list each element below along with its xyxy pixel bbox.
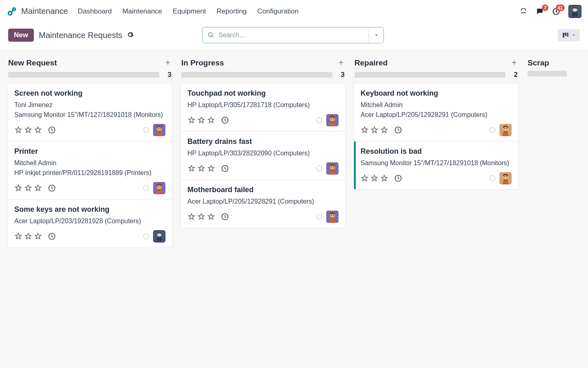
state-dot[interactable]: [143, 233, 149, 239]
assignee-avatar[interactable]: [153, 230, 165, 242]
search-dropdown[interactable]: [369, 27, 383, 43]
state-dot[interactable]: [316, 166, 322, 171]
search-main[interactable]: [203, 31, 369, 39]
activity-clock-icon[interactable]: [221, 116, 229, 124]
app-logo-icon[interactable]: [7, 6, 17, 17]
user-avatar[interactable]: [568, 5, 581, 18]
svg-rect-8: [575, 9, 577, 10]
activity-clock-icon[interactable]: [48, 184, 56, 192]
star-icon: [14, 184, 22, 192]
assignee-avatar[interactable]: [499, 124, 512, 136]
add-card-icon[interactable]: [510, 59, 518, 67]
nav-reporting[interactable]: Reporting: [216, 7, 247, 16]
search-wrap: [202, 27, 384, 43]
star-icon: [197, 164, 205, 173]
kanban-card[interactable]: Keyboard not workingMitchell AdminAcer L…: [354, 83, 518, 141]
state-dot[interactable]: [316, 214, 322, 220]
priority-stars[interactable]: [187, 213, 215, 221]
activity-clock-icon[interactable]: [394, 126, 402, 134]
kanban-icon: [562, 31, 569, 39]
kanban-card[interactable]: Battery drains fastHP Laptop/LP/303/2829…: [181, 132, 345, 180]
priority-stars[interactable]: [187, 164, 215, 173]
assignee-avatar[interactable]: [326, 211, 339, 223]
search-input[interactable]: [218, 31, 364, 39]
kanban-card[interactable]: Resolution is badSamsung Monitor 15"/MT/…: [354, 141, 518, 189]
priority-stars[interactable]: [14, 126, 42, 134]
card-list: Screen not workingToni JimenezSamsung Mo…: [7, 83, 172, 248]
priority-stars[interactable]: [361, 174, 388, 182]
column-title[interactable]: In Progress: [181, 58, 224, 67]
card-equipment: HP Laptop/LP/305/17281718 (Computers): [187, 100, 339, 110]
star-icon: [14, 126, 22, 134]
card-footer: [361, 124, 512, 136]
column-count: 3: [336, 71, 345, 79]
new-button[interactable]: New: [8, 29, 34, 42]
state-dot[interactable]: [316, 117, 322, 123]
search-icon: [207, 31, 214, 39]
column-title[interactable]: Repaired: [354, 58, 388, 67]
card-requester: Toni Jimenez: [14, 100, 165, 110]
star-icon: [187, 164, 196, 173]
progress-bar[interactable]: [354, 72, 506, 78]
star-icon: [207, 164, 215, 173]
kanban-card[interactable]: Some keys are not workingAcer Laptop/LP/…: [8, 200, 172, 247]
phone-icon[interactable]: [519, 7, 528, 16]
activity-clock-icon[interactable]: [48, 232, 56, 240]
card-equipment: HP Laptop/LP/303/28292090 (Computers): [187, 148, 339, 158]
card-title: Printer: [14, 147, 165, 156]
svg-point-0: [8, 11, 12, 15]
star-icon: [24, 232, 32, 240]
activity-clock-icon[interactable]: [394, 174, 402, 182]
column-title[interactable]: New Request: [8, 58, 57, 67]
kanban-card[interactable]: PrinterMitchell AdminHP Inkjet printer/P…: [8, 141, 172, 200]
activity-clock-icon[interactable]: [221, 213, 229, 221]
progress-bar[interactable]: [528, 71, 567, 76]
svg-point-23: [160, 186, 161, 187]
priority-stars[interactable]: [14, 184, 42, 192]
assignee-avatar[interactable]: [326, 162, 339, 175]
state-dot[interactable]: [490, 127, 495, 133]
priority-stars[interactable]: [187, 116, 215, 124]
star-icon: [207, 116, 215, 124]
assignee-avatar[interactable]: [326, 114, 339, 126]
activities-icon[interactable]: 41: [552, 7, 560, 16]
nav-configuration[interactable]: Configuration: [257, 7, 298, 16]
nav-maintenance[interactable]: Maintenance: [122, 7, 162, 16]
star-icon: [187, 116, 196, 124]
nav-equipment[interactable]: Equipment: [173, 7, 206, 16]
card-requester: Mitchell Admin: [14, 158, 165, 168]
kanban-column: In Progress3Touchpad not workingHP Lapto…: [180, 58, 345, 368]
svg-point-33: [331, 118, 332, 119]
assignee-avatar[interactable]: [153, 182, 165, 194]
progress-bar[interactable]: [181, 72, 332, 78]
kanban-card[interactable]: Touchpad not workingHP Laptop/LP/305/172…: [181, 83, 345, 132]
svg-rect-7: [573, 9, 575, 10]
card-equipment: Samsung Monitor 15"/MT/127/18291018 (Mon…: [361, 158, 512, 168]
column-title[interactable]: Scrap: [528, 58, 549, 67]
app-name: Maintenance: [21, 7, 68, 16]
card-equipment: HP Inkjet printer/PR/011/2928191889 (Pri…: [14, 168, 165, 178]
gear-icon[interactable]: [127, 31, 134, 40]
state-dot[interactable]: [490, 175, 495, 181]
state-dot[interactable]: [143, 127, 149, 133]
add-card-icon[interactable]: [337, 59, 345, 67]
card-title: Resolution is bad: [361, 147, 512, 156]
state-dot[interactable]: [143, 185, 149, 191]
priority-stars[interactable]: [361, 126, 388, 134]
priority-stars[interactable]: [14, 232, 42, 240]
activity-clock-icon[interactable]: [221, 164, 229, 173]
assignee-avatar[interactable]: [499, 172, 512, 184]
assignee-avatar[interactable]: [153, 124, 165, 136]
kanban-column: Scrap: [527, 58, 568, 368]
add-card-icon[interactable]: [164, 59, 172, 67]
nav-dashboard[interactable]: Dashboard: [78, 7, 112, 16]
svg-point-48: [504, 128, 505, 129]
kanban-card[interactable]: Motherboard failedAcer Laptop/LP/205/129…: [181, 180, 345, 228]
messages-icon[interactable]: 7: [536, 7, 544, 16]
view-switcher[interactable]: [558, 29, 580, 41]
nav-right: 7 41: [519, 5, 581, 18]
chevron-down-icon: [572, 33, 576, 37]
progress-bar[interactable]: [8, 72, 159, 78]
kanban-card[interactable]: Screen not workingToni JimenezSamsung Mo…: [8, 83, 172, 141]
activity-clock-icon[interactable]: [48, 126, 56, 134]
